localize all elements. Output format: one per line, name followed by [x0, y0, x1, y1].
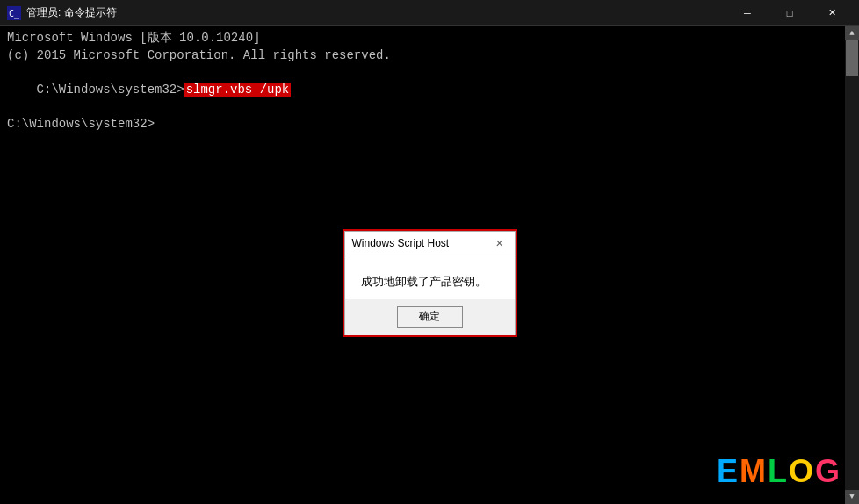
- titlebar-left: C_ 管理员: 命令提示符: [7, 5, 117, 20]
- dialog-footer: 确定: [345, 299, 515, 335]
- emlog-watermark: E M L O G: [717, 453, 841, 490]
- console-command: slmgr.vbs /upk: [184, 83, 292, 97]
- dialog-body: 成功地卸载了产品密钥。: [345, 256, 515, 299]
- console-line-2: (c) 2015 Microsoft Corporation. All righ…: [7, 47, 852, 65]
- window-title: 管理员: 命令提示符: [26, 5, 117, 20]
- dialog-message: 成功地卸载了产品密钥。: [361, 275, 487, 288]
- dialog-title: Windows Script Host: [352, 237, 450, 249]
- dialog-titlebar: Windows Script Host ×: [345, 232, 515, 256]
- scroll-up-arrow[interactable]: ▲: [845, 26, 859, 40]
- emlog-letter-g: G: [815, 453, 841, 490]
- minimize-button[interactable]: ─: [727, 0, 768, 26]
- close-button[interactable]: ✕: [812, 0, 852, 26]
- scrollbar-thumb[interactable]: [846, 40, 858, 76]
- console-line-4: C:\Windows\system32>: [7, 116, 852, 133]
- console-area: Microsoft Windows [版本 10.0.10240] (c) 20…: [0, 26, 859, 504]
- window-controls: ─ □ ✕: [727, 0, 852, 26]
- emlog-letter-o: O: [789, 453, 815, 490]
- emlog-letter-m: M: [740, 453, 768, 490]
- scrollbar-track[interactable]: [845, 40, 859, 490]
- cmd-icon: C_: [7, 6, 21, 20]
- emlog-letter-l: L: [768, 453, 789, 490]
- console-line-1: Microsoft Windows [版本 10.0.10240]: [7, 30, 852, 47]
- dialog-close-button[interactable]: ×: [492, 235, 508, 251]
- scrollbar[interactable]: ▲ ▼: [845, 26, 859, 504]
- maximize-button[interactable]: □: [769, 0, 810, 26]
- dialog-ok-button[interactable]: 确定: [397, 306, 463, 328]
- titlebar: C_ 管理员: 命令提示符 ─ □ ✕: [0, 0, 859, 26]
- windows-script-host-dialog[interactable]: Windows Script Host × 成功地卸载了产品密钥。 确定: [344, 231, 516, 335]
- svg-text:C_: C_: [9, 9, 20, 19]
- scroll-down-arrow[interactable]: ▼: [845, 490, 859, 504]
- emlog-letter-e: E: [717, 453, 740, 490]
- console-line-3: C:\Windows\system32>slmgr.vbs /upk: [7, 64, 852, 116]
- console-prompt: C:\Windows\system32>: [37, 83, 184, 97]
